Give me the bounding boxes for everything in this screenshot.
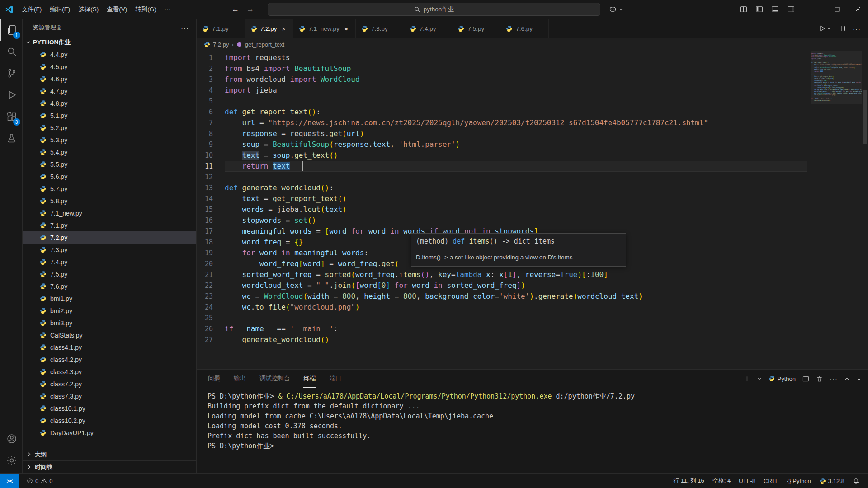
file-item[interactable]: 7.6.py bbox=[23, 280, 196, 292]
menu-item[interactable]: 编辑(E) bbox=[46, 4, 74, 15]
copilot-button[interactable] bbox=[609, 5, 623, 14]
outline-section-header[interactable]: 大纲 bbox=[23, 448, 196, 460]
code-line[interactable]: 11 return text bbox=[197, 161, 807, 172]
editor-scrollbar[interactable] bbox=[863, 90, 867, 144]
file-item[interactable]: 5.3.py bbox=[23, 134, 196, 146]
code-line[interactable]: 6def get_report_text(): bbox=[197, 107, 807, 117]
editor-tab[interactable]: 7.3.py bbox=[356, 19, 404, 38]
editor-tab[interactable]: 7.6.py bbox=[500, 19, 549, 38]
panel-tab[interactable]: 问题 bbox=[208, 370, 221, 388]
code-line[interactable]: 13def generate_wordcloud(): bbox=[197, 183, 807, 193]
file-item[interactable]: class10.1.py bbox=[23, 402, 196, 414]
settings-gear-button[interactable] bbox=[0, 450, 23, 471]
run-python-file-button[interactable] bbox=[819, 25, 831, 32]
file-item[interactable]: 7.1.py bbox=[23, 219, 196, 231]
activity-run-debug[interactable] bbox=[0, 84, 23, 106]
menu-item[interactable]: 查看(V) bbox=[103, 4, 131, 15]
file-item[interactable]: 4.7.py bbox=[23, 85, 196, 97]
folder-header[interactable]: PYTHON作业 bbox=[23, 36, 196, 48]
file-item[interactable]: 7.2.py bbox=[23, 231, 196, 244]
customize-layout-icon[interactable] bbox=[740, 5, 747, 13]
file-item[interactable]: 5.2.py bbox=[23, 122, 196, 134]
activity-testing[interactable] bbox=[0, 127, 23, 149]
code-line[interactable]: 3from wordcloud import WordCloud bbox=[197, 74, 807, 85]
file-item[interactable]: bmi1.py bbox=[23, 292, 196, 305]
timeline-section-header[interactable]: 时间线 bbox=[23, 460, 196, 473]
file-item[interactable]: 4.8.py bbox=[23, 97, 196, 109]
statusbar-item[interactable]: 3.12.8 bbox=[815, 475, 849, 486]
file-item[interactable]: class4.3.py bbox=[23, 366, 196, 378]
terminal-launch-dropdown[interactable] bbox=[757, 376, 762, 381]
editor-tab[interactable]: 7.4.py bbox=[404, 19, 453, 38]
close-panel-button[interactable] bbox=[856, 376, 862, 381]
kill-terminal-button[interactable] bbox=[816, 375, 823, 382]
terminal-output[interactable]: PS D:\python作业> & C:/Users/aA178/AppData… bbox=[197, 388, 868, 473]
file-item[interactable]: class4.2.py bbox=[23, 353, 196, 366]
menu-item[interactable]: 文件(F) bbox=[18, 4, 46, 15]
file-item[interactable]: 5.7.py bbox=[23, 183, 196, 195]
panel-tab[interactable]: 端口 bbox=[329, 370, 342, 388]
code-line[interactable]: 8 response = requests.get(url) bbox=[197, 128, 807, 139]
remote-indicator[interactable]: >< bbox=[0, 474, 19, 488]
panel-tab[interactable]: 输出 bbox=[233, 370, 246, 388]
maximize-button[interactable] bbox=[826, 0, 847, 19]
minimize-button[interactable] bbox=[806, 0, 826, 19]
file-item[interactable]: 4.4.py bbox=[23, 48, 196, 61]
file-item[interactable]: 7.1_new.py bbox=[23, 207, 196, 219]
nav-back-button[interactable]: ← bbox=[231, 5, 239, 14]
file-item[interactable]: 5.4.py bbox=[23, 146, 196, 158]
code-line[interactable]: 15 words = jieba.lcut(text) bbox=[197, 204, 807, 215]
menu-item[interactable]: 选择(S) bbox=[74, 4, 103, 15]
split-terminal-button[interactable] bbox=[802, 375, 809, 382]
statusbar-item[interactable]: UTF-8 bbox=[735, 475, 760, 486]
new-terminal-button[interactable] bbox=[744, 375, 750, 382]
code-line[interactable]: 24 wc.to_file("wordcloud.png") bbox=[197, 302, 807, 313]
code-line[interactable]: 27 generate_wordcloud() bbox=[197, 334, 807, 345]
nav-forward-button[interactable]: → bbox=[246, 5, 254, 14]
activity-source-control[interactable] bbox=[0, 62, 23, 84]
editor-tab[interactable]: 7.1_new.py● bbox=[293, 19, 356, 38]
terminal-instance-python[interactable]: Python bbox=[769, 375, 796, 382]
activity-extensions[interactable]: 3 bbox=[0, 106, 23, 127]
code-editor[interactable]: 1import requests2from bs4 import Beautif… bbox=[197, 51, 868, 369]
toggle-panel-icon[interactable] bbox=[771, 5, 779, 13]
code-line[interactable]: 12 bbox=[197, 172, 807, 183]
panel-tab[interactable]: 终端 bbox=[303, 370, 316, 388]
statusbar-item[interactable]: 行 11, 列 16 bbox=[669, 475, 708, 486]
file-item[interactable]: 5.6.py bbox=[23, 170, 196, 183]
problems-indicator[interactable]: 0 0 bbox=[23, 475, 57, 486]
editor-tab[interactable]: 7.5.py bbox=[452, 19, 500, 38]
code-line[interactable]: 21 sorted_word_freq = sorted(word_freq.i… bbox=[197, 269, 807, 280]
split-editor-button[interactable] bbox=[838, 25, 845, 32]
file-item[interactable]: 4.5.py bbox=[23, 61, 196, 73]
panel-more-actions[interactable]: ··· bbox=[830, 375, 838, 383]
file-item[interactable]: 4.6.py bbox=[23, 73, 196, 85]
file-item[interactable]: 5.1.py bbox=[23, 109, 196, 122]
menu-item[interactable]: 转到(G) bbox=[131, 4, 160, 15]
file-item[interactable]: 7.4.py bbox=[23, 256, 196, 268]
code-line[interactable]: 22 wordcloud_text = " ".join([word[0] fo… bbox=[197, 280, 807, 291]
file-item[interactable]: 5.5.py bbox=[23, 158, 196, 170]
code-line[interactable]: 4import jieba bbox=[197, 85, 807, 96]
code-line[interactable]: 1import requests bbox=[197, 52, 807, 63]
breadcrumb-file[interactable]: 7.2.py bbox=[213, 41, 229, 48]
code-line[interactable]: 5 bbox=[197, 96, 807, 107]
code-line[interactable]: 26if __name__ == '__main__': bbox=[197, 324, 807, 334]
code-line[interactable]: 7 url = "https://news.jschina.com.cn/zt2… bbox=[197, 117, 807, 128]
file-item[interactable]: class7.3.py bbox=[23, 390, 196, 402]
file-item[interactable]: 5.8.py bbox=[23, 195, 196, 207]
code-line[interactable]: 9 soup = BeautifulSoup(response.text, 'h… bbox=[197, 139, 807, 150]
close-window-button[interactable] bbox=[847, 0, 868, 19]
code-line[interactable]: 10 text = soup.get_text() bbox=[197, 150, 807, 161]
toggle-sidebar-icon[interactable] bbox=[755, 5, 763, 13]
statusbar-item[interactable]: {} Python bbox=[783, 475, 815, 486]
file-item[interactable]: class7.2.py bbox=[23, 378, 196, 390]
activity-search[interactable] bbox=[0, 41, 23, 62]
code-line[interactable]: 23 wc = WordCloud(width = 800, height = … bbox=[197, 291, 807, 302]
maximize-panel-button[interactable] bbox=[844, 376, 849, 381]
code-line[interactable]: 14 text = get_report_text() bbox=[197, 193, 807, 204]
activity-explorer[interactable]: 1 bbox=[0, 19, 23, 41]
panel-tab[interactable]: 调试控制台 bbox=[259, 370, 291, 388]
file-item[interactable]: CalStats.py bbox=[23, 329, 196, 341]
account-button[interactable] bbox=[0, 428, 23, 450]
